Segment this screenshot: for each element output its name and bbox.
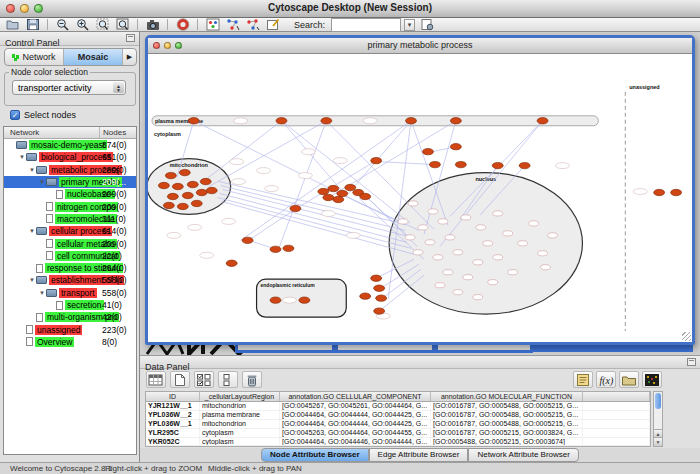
open-file-icon[interactable] — [4, 18, 21, 31]
disclosure-triangle-icon[interactable]: ▼ — [18, 154, 26, 160]
network-node[interactable] — [519, 162, 530, 168]
network-node[interactable] — [548, 233, 558, 238]
network-node[interactable] — [493, 255, 503, 260]
save-icon[interactable] — [24, 18, 41, 31]
filter-nodes-icon[interactable] — [224, 18, 241, 31]
tree-row[interactable]: ▼establishment of lo558(0) — [4, 274, 136, 286]
network-node[interactable] — [346, 232, 360, 238]
network-node[interactable] — [299, 297, 310, 303]
network-node[interactable] — [433, 255, 443, 260]
zoom-out-icon[interactable] — [54, 18, 71, 31]
network-node[interactable] — [438, 219, 448, 224]
disclosure-triangle-icon[interactable]: ▼ — [38, 179, 46, 185]
zoom-button[interactable] — [175, 42, 182, 49]
tree-row[interactable]: ▼transport558(0) — [4, 287, 136, 299]
network-node[interactable] — [360, 293, 371, 299]
network-node[interactable] — [429, 161, 440, 167]
network-node[interactable] — [283, 245, 294, 251]
network-node[interactable] — [196, 189, 207, 195]
network-node[interactable] — [541, 265, 551, 270]
network-node[interactable] — [182, 192, 193, 198]
network-node[interactable] — [232, 179, 246, 185]
tree-header[interactable]: Network Nodes — [4, 127, 136, 139]
network-node[interactable] — [363, 118, 377, 124]
network-node[interactable] — [376, 295, 387, 301]
edit-box-icon[interactable] — [264, 18, 281, 31]
network-node[interactable] — [443, 270, 453, 275]
network-node[interactable] — [179, 169, 190, 175]
network-node[interactable] — [321, 118, 332, 124]
float-panel-icon[interactable] — [126, 34, 135, 42]
disclosure-triangle-icon[interactable]: ▼ — [28, 167, 36, 173]
tab-network-attribute-browser[interactable]: Network Attribute Browser — [468, 448, 578, 462]
tree-row[interactable]: cellular metabo209(0) — [4, 237, 136, 249]
table-row[interactable]: YPL036W__2plasma membrane[GO:0044464, GO… — [146, 411, 650, 420]
network-node[interactable] — [556, 163, 570, 169]
network-node[interactable] — [435, 283, 445, 288]
network-node[interactable] — [265, 186, 279, 192]
network-node[interactable] — [374, 308, 385, 314]
network-node[interactable] — [172, 183, 183, 189]
network-node[interactable] — [422, 148, 433, 154]
network-node[interactable] — [445, 235, 455, 240]
network-node[interactable] — [463, 275, 473, 280]
network-node[interactable] — [318, 188, 329, 194]
network-node[interactable] — [488, 280, 498, 285]
search-input[interactable] — [331, 18, 401, 32]
network-node[interactable] — [374, 285, 385, 291]
network-node[interactable] — [538, 251, 548, 256]
network-node[interactable] — [333, 158, 347, 164]
tree-row[interactable]: multi-organism pro42(0) — [4, 311, 136, 323]
network-node[interactable] — [276, 118, 287, 124]
network-node[interactable] — [508, 270, 518, 275]
tab-edge-attribute-browser[interactable]: Edge Attribute Browser — [369, 448, 469, 462]
network-node[interactable] — [408, 201, 418, 206]
search-dropdown-button[interactable]: ▾ — [404, 19, 415, 31]
network-node[interactable] — [371, 157, 382, 163]
tree-row[interactable]: secretion41(0) — [4, 299, 136, 311]
attribute-batch-icon[interactable] — [218, 371, 238, 388]
network-node[interactable] — [257, 168, 271, 174]
tree-row[interactable]: nitrogen compo209(0) — [4, 200, 136, 212]
tree-row[interactable]: nucleobase-209(0) — [4, 188, 136, 200]
network-node[interactable] — [177, 203, 188, 209]
network-node[interactable] — [483, 241, 493, 246]
network-node[interactable] — [405, 235, 415, 240]
network-node[interactable] — [191, 200, 202, 206]
tree-row[interactable]: mosaic-demo-yeast874(0) — [4, 139, 136, 151]
network-node[interactable] — [503, 231, 513, 236]
network-node[interactable] — [453, 290, 463, 295]
tree-row[interactable]: Overview8(0) — [4, 336, 136, 348]
network-node[interactable] — [406, 118, 417, 124]
function-builder-icon[interactable]: f(x) — [596, 371, 616, 388]
network-node[interactable] — [187, 181, 198, 187]
close-button[interactable] — [153, 42, 160, 49]
network-node[interactable] — [418, 225, 428, 230]
network-node[interactable] — [321, 210, 335, 216]
table-row[interactable]: YDR039C__1mitochondrion[GO:0044464, GO:0… — [146, 446, 650, 447]
network-node[interactable] — [167, 193, 178, 199]
network-node[interactable] — [290, 205, 301, 211]
select-nodes-checkbox[interactable]: ✓ — [10, 110, 20, 120]
tab-mosaic[interactable]: Mosaic — [64, 49, 123, 65]
network-node[interactable] — [270, 246, 281, 252]
network-node[interactable] — [337, 190, 348, 196]
tree-row[interactable]: ▼cellular process614(0) — [4, 225, 136, 237]
color-mapper-icon[interactable] — [642, 371, 662, 388]
network-node[interactable] — [242, 237, 253, 243]
network-node[interactable] — [163, 202, 174, 208]
scrollbar-thumb[interactable] — [655, 393, 661, 409]
tree-row[interactable]: response to stimulu264(0) — [4, 262, 136, 274]
tree-row[interactable]: ▼biological_process651(0) — [4, 151, 136, 163]
network-node[interactable] — [633, 189, 647, 195]
network-node[interactable] — [450, 118, 461, 124]
table-row[interactable]: YLR295Ccytoplasm[GO:0045263, GO:0044464,… — [146, 429, 650, 438]
tab-node-attribute-browser[interactable]: Node Attribute Browser — [261, 448, 369, 462]
tree-row[interactable]: ▼primary metabo209(... — [4, 176, 136, 188]
network-node[interactable] — [518, 241, 528, 246]
scroll-down-icon[interactable]: ▼ — [654, 437, 662, 446]
tree-row[interactable]: unassigned223(0) — [4, 323, 136, 335]
resize-grip-icon[interactable] — [682, 332, 691, 341]
attribute-matrix-icon[interactable] — [194, 371, 214, 388]
attribute-editor-icon[interactable] — [573, 371, 593, 388]
